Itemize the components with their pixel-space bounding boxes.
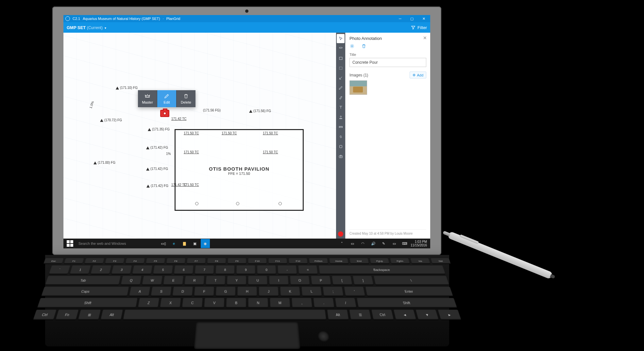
key-Z[interactable]: Z (138, 298, 159, 308)
key-8[interactable]: 8 (215, 265, 234, 274)
key-4[interactable]: 4 (132, 265, 152, 274)
key-X[interactable]: X (160, 298, 181, 308)
key-2[interactable]: 2 (91, 265, 111, 274)
filter-button[interactable]: Filter (411, 25, 427, 30)
minimize-button[interactable]: ─ (396, 15, 405, 22)
maximize-button[interactable]: ▢ (407, 15, 416, 22)
key-F2[interactable]: F2 (84, 258, 104, 264)
store-icon[interactable]: ▣ (190, 239, 199, 248)
key-C[interactable]: C (182, 298, 203, 308)
arrow-tool[interactable] (337, 73, 345, 82)
key-F3[interactable]: F3 (105, 258, 125, 264)
key--[interactable]: - (278, 265, 297, 274)
key-Esc[interactable]: Esc (43, 258, 64, 264)
key-Alt[interactable]: Alt (327, 310, 349, 320)
key-F5[interactable]: F5 (146, 258, 165, 264)
action-center-icon[interactable]: ▭ (390, 239, 399, 248)
key-P[interactable]: P (311, 276, 331, 285)
key-'[interactable]: ' (344, 287, 365, 296)
key-T[interactable]: T (206, 276, 225, 285)
key-0[interactable]: 0 (257, 265, 276, 274)
key-N[interactable]: N (248, 298, 268, 308)
add-image-button[interactable]: ⊕ Add (410, 72, 426, 78)
tray-chevron-icon[interactable]: ˄ (337, 239, 347, 248)
notes-icon[interactable]: ✎ (379, 239, 388, 248)
key-Q[interactable]: Q (121, 276, 142, 285)
key-A[interactable]: A (129, 287, 150, 296)
pointer-tool[interactable] (337, 34, 345, 43)
key-◄[interactable]: ◄ (394, 310, 416, 320)
key-End[interactable]: End (349, 258, 369, 264)
key-L[interactable]: L (301, 287, 322, 296)
key-E[interactable]: E (163, 276, 183, 285)
text-tool[interactable] (337, 103, 345, 112)
link-tool[interactable] (337, 132, 345, 141)
key-M[interactable]: M (270, 298, 290, 308)
key-PgDn[interactable]: PgDn (390, 258, 410, 264)
lasso-tool[interactable] (337, 44, 345, 53)
color-indicator[interactable] (338, 231, 343, 237)
key-F1[interactable]: F1 (64, 258, 84, 264)
key-H[interactable]: H (237, 287, 257, 296)
key-F4[interactable]: F4 (125, 258, 145, 264)
key-PgUp[interactable]: PgUp (370, 258, 389, 264)
key-☰[interactable]: ☰ (349, 310, 371, 320)
key-,[interactable]: , (292, 298, 312, 308)
key-U[interactable]: U (248, 276, 267, 285)
key-Enter[interactable]: Enter (365, 287, 453, 296)
key-;[interactable]: ; (323, 287, 343, 296)
key-7[interactable]: 7 (195, 265, 214, 274)
photo-annotation-marker[interactable] (160, 110, 169, 117)
key-F7[interactable]: F7 (187, 258, 206, 264)
marquee-tool[interactable] (337, 63, 345, 73)
key-I[interactable]: I (269, 276, 289, 285)
key-O[interactable]: O (290, 276, 310, 285)
key-Shift[interactable]: Shift (357, 298, 457, 308)
close-window-button[interactable]: ✕ (419, 15, 428, 22)
key-F11[interactable]: F11 (268, 258, 287, 264)
panel-settings-button[interactable] (349, 43, 355, 49)
wifi-icon[interactable]: ◠ (358, 239, 367, 248)
camera-tool[interactable] (337, 152, 345, 161)
key-Caps[interactable]: Caps (41, 287, 129, 296)
key-V[interactable]: V (204, 298, 224, 308)
key-F9[interactable]: F9 (228, 258, 246, 264)
pen-tool[interactable] (337, 83, 345, 92)
key-[[interactable]: [ (332, 276, 352, 285)
edge-icon[interactable]: e (169, 239, 178, 248)
key-Alt[interactable]: Alt (101, 310, 123, 320)
key-R[interactable]: R (184, 276, 204, 285)
key-J[interactable]: J (259, 287, 279, 296)
key-PrtScn[interactable]: PrtScn (309, 258, 328, 264)
set-dropdown[interactable]: GMP SET (Current) ▾ (67, 25, 106, 30)
ruler-tool[interactable] (337, 122, 345, 131)
taskbar-clock[interactable]: 1:03 PM 11/15/2016 (411, 240, 428, 247)
key-9[interactable]: 9 (236, 265, 255, 274)
fingerprint-reader[interactable] (317, 331, 330, 342)
key-F6[interactable]: F6 (166, 258, 185, 264)
key-Ctrl[interactable]: Ctrl (371, 310, 394, 320)
key-G[interactable]: G (216, 287, 235, 296)
highlighter-tool[interactable] (337, 93, 345, 102)
taskbar-search[interactable]: Search the web and Windows (76, 242, 158, 245)
key-space[interactable] (123, 310, 326, 320)
key-\[interactable]: \ (374, 276, 449, 285)
key-B[interactable]: B (226, 298, 246, 308)
start-button[interactable] (65, 239, 75, 248)
key-►[interactable]: ► (438, 310, 461, 320)
annotation-title-input[interactable] (349, 58, 426, 67)
key-][interactable]: ] (353, 276, 374, 285)
key-Fn[interactable]: Fn (56, 310, 79, 320)
key-3[interactable]: 3 (111, 265, 132, 274)
edit-button[interactable]: Edit (157, 90, 176, 107)
key-Tab[interactable]: Tab (45, 276, 121, 285)
key-/[interactable]: / (335, 298, 356, 308)
task-view-button[interactable]: ▭▯ (159, 239, 168, 248)
drawing-viewport[interactable]: OTIS BOOTH PAVILION FFE = 171.50 (171.10… (63, 33, 336, 239)
key-6[interactable]: 6 (174, 265, 194, 274)
master-button[interactable]: Master (138, 90, 157, 107)
plangrid-taskbar-icon[interactable]: ◉ (201, 239, 210, 248)
panel-close-button[interactable]: ✕ (423, 35, 427, 41)
trackpad[interactable] (194, 322, 300, 349)
key-F[interactable]: F (194, 287, 214, 296)
